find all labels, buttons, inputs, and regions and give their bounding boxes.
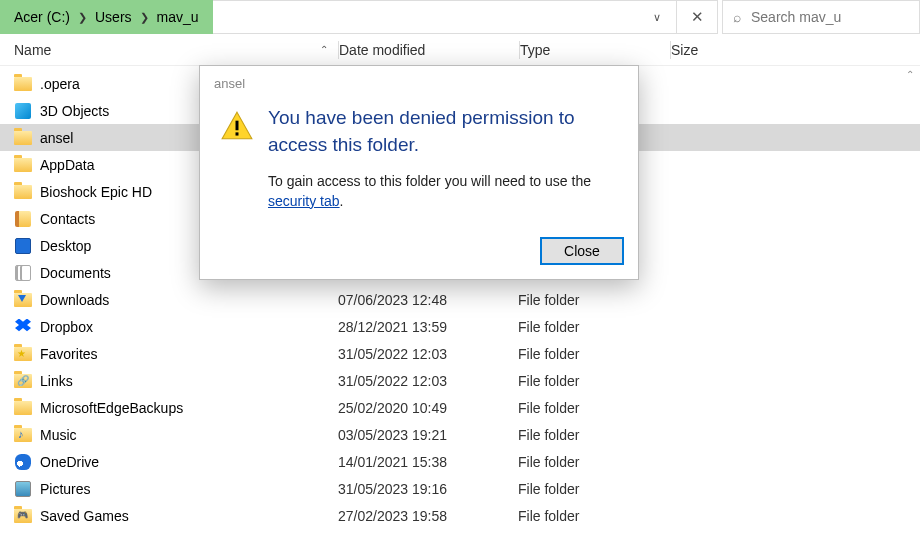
scrollbar[interactable]: ⌃ (902, 66, 918, 553)
crumb-current[interactable]: mav_u (151, 9, 205, 25)
address-dropdown[interactable]: ∨ (637, 1, 677, 33)
chevron-right-icon: ❯ (76, 11, 89, 24)
address-clear[interactable]: ✕ (677, 1, 717, 33)
file-name: AppData (40, 157, 94, 173)
file-date: 31/05/2023 19:16 (338, 481, 518, 497)
docs-icon (14, 264, 32, 282)
folder-icon (14, 75, 32, 93)
warning-icon (220, 109, 254, 143)
header-size[interactable]: Size (671, 42, 771, 58)
dialog-body: To gain access to this folder you will n… (268, 172, 618, 211)
file-row[interactable]: 🔗Links31/05/2022 12:03File folder (0, 367, 920, 394)
file-name: .opera (40, 76, 80, 92)
music-icon: ♪ (14, 426, 32, 444)
file-date: 03/05/2023 19:21 (338, 427, 518, 443)
search-placeholder: Search mav_u (751, 9, 841, 25)
favorites-icon: ★ (14, 345, 32, 363)
file-date: 25/02/2020 10:49 (338, 400, 518, 416)
file-date: 27/02/2023 19:58 (338, 508, 518, 524)
file-name: Desktop (40, 238, 91, 254)
breadcrumb[interactable]: Acer (C:) ❯ Users ❯ mav_u (0, 0, 213, 34)
pictures-icon (14, 480, 32, 498)
crumb-users[interactable]: Users (89, 9, 138, 25)
chevron-right-icon: ❯ (138, 11, 151, 24)
file-row[interactable]: Downloads07/06/2023 12:48File folder (0, 286, 920, 313)
search-icon: ⌕ (733, 9, 741, 25)
search-input[interactable]: ⌕ Search mav_u (722, 0, 920, 34)
file-type: File folder (518, 292, 668, 308)
file-type: File folder (518, 427, 668, 443)
file-name: ansel (40, 130, 73, 146)
header-type[interactable]: Type (520, 42, 670, 58)
file-type: File folder (518, 373, 668, 389)
file-type: File folder (518, 481, 668, 497)
folder-icon (14, 399, 32, 417)
file-date: 07/06/2023 12:48 (338, 292, 518, 308)
file-type: File folder (518, 508, 668, 524)
file-name: Favorites (40, 346, 98, 362)
file-type: File folder (518, 346, 668, 362)
folder-icon (14, 183, 32, 201)
file-date: 14/01/2021 15:38 (338, 454, 518, 470)
file-name: Music (40, 427, 77, 443)
downloads-icon (14, 291, 32, 309)
sort-indicator-icon: ⌃ (320, 44, 328, 55)
dialog-title: ansel (200, 66, 638, 99)
file-type: File folder (518, 454, 668, 470)
dialog-heading: You have been denied permission to acces… (268, 105, 618, 158)
crumb-drive[interactable]: Acer (C:) (8, 9, 76, 25)
header-date[interactable]: Date modified (339, 42, 519, 58)
file-name: OneDrive (40, 454, 99, 470)
3d-icon (14, 102, 32, 120)
svg-rect-1 (236, 132, 239, 135)
file-row[interactable]: MicrosoftEdgeBackups25/02/2020 10:49File… (0, 394, 920, 421)
onedrive-icon (14, 453, 32, 471)
close-button[interactable]: Close (540, 237, 624, 265)
dropbox-icon (14, 318, 32, 336)
file-row[interactable]: OneDrive14/01/2021 15:38File folder (0, 448, 920, 475)
file-type: File folder (518, 319, 668, 335)
folder-icon (14, 156, 32, 174)
contacts-icon (14, 210, 32, 228)
header-name[interactable]: Name ⌃ (14, 42, 338, 58)
file-name: Saved Games (40, 508, 129, 524)
security-tab-link[interactable]: security tab (268, 193, 340, 209)
file-row[interactable]: Dropbox28/12/2021 13:59File folder (0, 313, 920, 340)
file-name: Downloads (40, 292, 109, 308)
file-date: 28/12/2021 13:59 (338, 319, 518, 335)
file-row[interactable]: 🎮Saved Games27/02/2023 19:58File folder (0, 502, 920, 529)
links-icon: 🔗 (14, 372, 32, 390)
address-bar: Acer (C:) ❯ Users ❯ mav_u ∨ ✕ ⌕ Search m… (0, 0, 920, 34)
file-name: Bioshock Epic HD (40, 184, 152, 200)
file-name: Contacts (40, 211, 95, 227)
file-name: MicrosoftEdgeBackups (40, 400, 183, 416)
svg-rect-0 (236, 121, 239, 131)
address-rest[interactable]: ∨ ✕ (213, 0, 718, 34)
file-name: Pictures (40, 481, 91, 497)
file-name: 3D Objects (40, 103, 109, 119)
permission-denied-dialog: ansel You have been denied permission to… (199, 65, 639, 280)
file-date: 31/05/2022 12:03 (338, 346, 518, 362)
file-row[interactable]: ♪Music03/05/2023 19:21File folder (0, 421, 920, 448)
file-type: File folder (518, 400, 668, 416)
file-date: 31/05/2022 12:03 (338, 373, 518, 389)
column-headers: Name ⌃ Date modified Type Size (0, 34, 920, 66)
file-name: Documents (40, 265, 111, 281)
scroll-up-icon[interactable]: ⌃ (902, 66, 918, 82)
savedgames-icon: 🎮 (14, 507, 32, 525)
desktop-icon (14, 237, 32, 255)
file-row[interactable]: ★Favorites31/05/2022 12:03File folder (0, 340, 920, 367)
file-name: Dropbox (40, 319, 93, 335)
file-row[interactable]: Pictures31/05/2023 19:16File folder (0, 475, 920, 502)
file-name: Links (40, 373, 73, 389)
folder-icon (14, 129, 32, 147)
